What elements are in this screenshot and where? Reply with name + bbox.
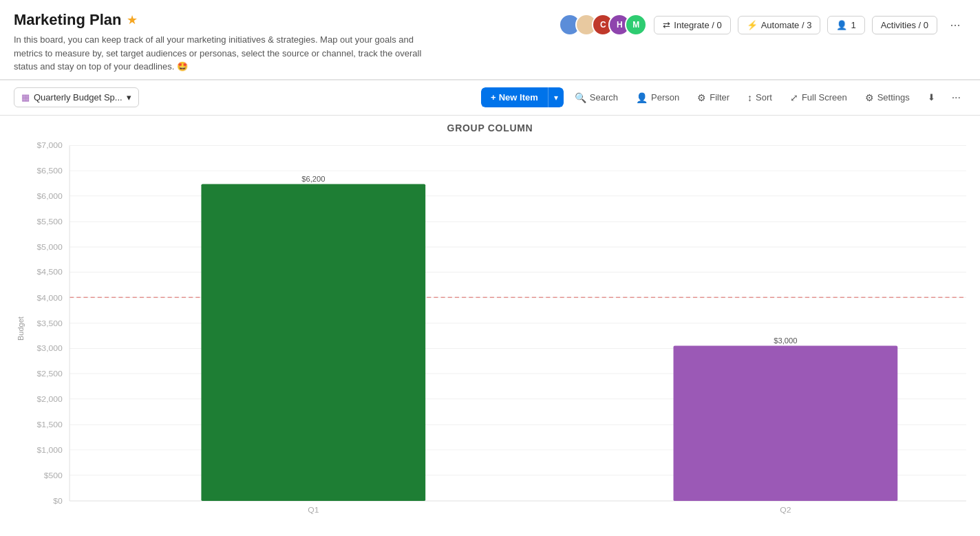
header-right: C H M ⇄ Integrate / 0 ⚡ Automate / 3 👤 1… (559, 14, 966, 36)
new-item-button[interactable]: + New Item (481, 87, 548, 107)
chart-inner: $7,000 $6,500 $6,000 $5,500 $5,000 $4,50… (28, 136, 966, 521)
download-button[interactable]: ⬇ (921, 88, 942, 107)
avatar: M (625, 14, 647, 36)
svg-text:$2,500: $2,500 (37, 369, 63, 378)
page-description: In this board, you can keep track of all… (14, 33, 440, 74)
dropdown-chevron-icon: ▾ (554, 93, 558, 103)
search-button[interactable]: 🔍 Search (568, 88, 625, 107)
header-left: Marketing Plan ★ In this board, you can … (14, 11, 440, 74)
search-label: Search (590, 92, 618, 103)
sort-icon: ↕ (747, 92, 752, 103)
chart-container: Budget $7,000 $6,500 $6,000 $5,500 $5,00… (14, 136, 966, 521)
svg-text:$1,500: $1,500 (37, 420, 63, 429)
svg-text:$500: $500 (44, 471, 63, 480)
new-item-label: New Item (499, 92, 538, 103)
star-icon[interactable]: ★ (127, 12, 138, 28)
sort-label: Sort (756, 92, 772, 103)
new-item-dropdown-button[interactable]: ▾ (548, 87, 564, 107)
y-axis-label: Budget (14, 136, 28, 521)
chart-area: GROUP COLUMN Budget $7,000 $6,500 $6,000… (0, 116, 980, 535)
board-icon: ▦ (21, 92, 30, 103)
svg-text:$5,500: $5,500 (37, 217, 63, 226)
download-icon: ⬇ (928, 92, 935, 103)
toolbar-left: ▦ Quarterly Budget Sp... ▾ (14, 87, 139, 107)
person-count: 1 (851, 20, 855, 30)
svg-text:Q1: Q1 (308, 505, 319, 515)
integrate-icon: ⇄ (663, 20, 670, 30)
svg-text:$6,200: $6,200 (301, 174, 325, 182)
new-item-wrapper: + New Item ▾ (481, 87, 564, 107)
toolbar: ▦ Quarterly Budget Sp... ▾ + New Item ▾ … (0, 81, 980, 116)
svg-text:$0: $0 (53, 496, 63, 506)
header-more-button[interactable]: ··· (944, 14, 966, 36)
sort-button[interactable]: ↕ Sort (741, 88, 779, 107)
activities-label: Activities / 0 (881, 20, 928, 30)
integrate-label: Integrate / 0 (674, 20, 721, 30)
svg-text:$3,000: $3,000 (774, 336, 797, 344)
settings-icon: ⚙ (865, 92, 874, 103)
bar-q2 (674, 345, 898, 501)
board-name: Quarterly Budget Sp... (34, 92, 122, 103)
chevron-down-icon: ▾ (127, 92, 131, 103)
board-selector-button[interactable]: ▦ Quarterly Budget Sp... ▾ (14, 87, 139, 107)
person-filter-icon: 👤 (636, 92, 648, 103)
search-icon: 🔍 (575, 92, 586, 103)
filter-icon: ⚙ (697, 92, 706, 103)
bar-q1 (201, 184, 425, 501)
toolbar-more-icon: ··· (952, 92, 961, 103)
fullscreen-button[interactable]: ⤢ Full Screen (783, 88, 854, 107)
person-icon: 👤 (836, 20, 847, 30)
filter-label: Filter (710, 92, 729, 103)
settings-button[interactable]: ⚙ Settings (858, 88, 917, 107)
svg-text:$7,000: $7,000 (37, 140, 63, 150)
toolbar-more-button[interactable]: ··· (946, 87, 966, 108)
chart-svg: $7,000 $6,500 $6,000 $5,500 $5,000 $4,50… (28, 136, 966, 521)
avatar-group: C H M (559, 14, 647, 36)
svg-text:$3,500: $3,500 (37, 318, 63, 328)
title-row: Marketing Plan ★ (14, 11, 440, 29)
fullscreen-label: Full Screen (802, 92, 847, 103)
page-title: Marketing Plan (14, 11, 121, 29)
person-filter-label: Person (651, 92, 679, 103)
svg-text:$4,500: $4,500 (37, 267, 63, 277)
svg-text:$1,000: $1,000 (37, 445, 63, 455)
svg-text:$6,000: $6,000 (37, 191, 63, 200)
svg-text:Q2: Q2 (780, 505, 791, 515)
svg-text:$4,000: $4,000 (37, 293, 63, 303)
svg-text:$3,000: $3,000 (37, 343, 63, 353)
automate-icon: ⚡ (747, 20, 758, 30)
integrate-button[interactable]: ⇄ Integrate / 0 (654, 16, 730, 34)
more-icon: ··· (950, 18, 960, 32)
page-header: Marketing Plan ★ In this board, you can … (0, 0, 980, 80)
activities-button[interactable]: Activities / 0 (872, 16, 937, 34)
fullscreen-icon: ⤢ (790, 92, 798, 103)
chart-title: GROUP COLUMN (14, 122, 966, 133)
svg-text:$5,000: $5,000 (37, 242, 63, 252)
settings-label: Settings (877, 92, 910, 103)
svg-text:$6,500: $6,500 (37, 166, 63, 175)
automate-label: Automate / 3 (761, 20, 812, 30)
svg-text:$2,000: $2,000 (37, 394, 63, 404)
person-count-button[interactable]: 👤 1 (827, 16, 864, 34)
toolbar-right: + New Item ▾ 🔍 Search 👤 Person ⚙ Filter … (481, 87, 966, 108)
automate-button[interactable]: ⚡ Automate / 3 (738, 16, 821, 34)
person-filter-button[interactable]: 👤 Person (629, 88, 686, 107)
plus-icon: + (491, 92, 496, 103)
filter-button[interactable]: ⚙ Filter (690, 88, 736, 107)
